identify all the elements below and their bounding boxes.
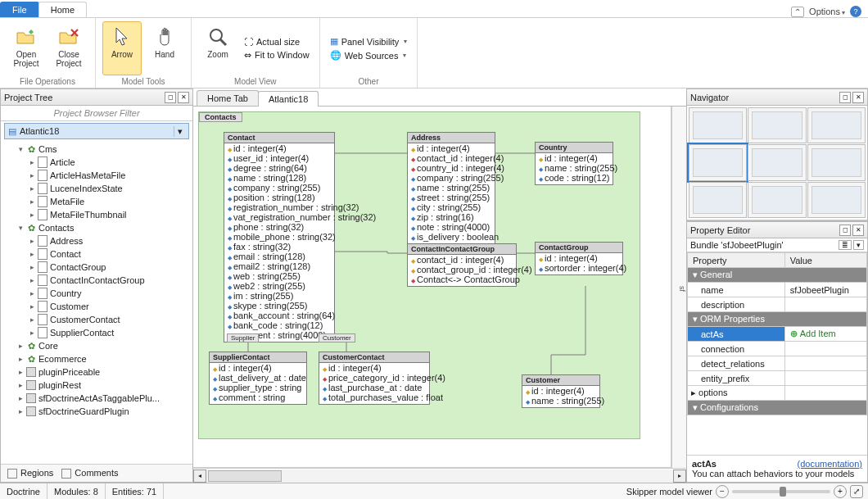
close-project-button[interactable]: CloseProject: [49, 21, 88, 75]
tree-twist-icon[interactable]: ▸: [27, 315, 37, 324]
tree-twist-icon[interactable]: ▸: [27, 184, 37, 193]
tree-item[interactable]: ▾Cms: [1, 143, 192, 156]
add-item-button[interactable]: Add Item: [790, 329, 836, 338]
tree-item[interactable]: ▸Ecommerce: [1, 352, 192, 365]
tree-item[interactable]: ▸MetaFileThumbnail: [1, 208, 192, 221]
comments-checkbox[interactable]: Comments: [61, 468, 118, 479]
fit-window-button[interactable]: ⇔Fit to Window: [241, 49, 313, 61]
collapse-ribbon-icon[interactable]: ⌃: [791, 7, 804, 17]
scroll-left-icon[interactable]: ◂: [193, 470, 206, 483]
tree-item[interactable]: ▸Country: [1, 287, 192, 300]
open-project-button[interactable]: OpenProject: [7, 21, 46, 75]
tree-twist-icon[interactable]: ▸: [27, 158, 37, 166]
prop-row[interactable]: actAsAdd Item: [688, 327, 867, 342]
project-filter[interactable]: Project Browser Filter: [1, 106, 192, 121]
tree-twist-icon[interactable]: ▸: [27, 211, 37, 219]
tree-twist-icon[interactable]: ▸: [16, 342, 25, 350]
zoom-out-button[interactable]: −: [716, 485, 729, 498]
scroll-thumb[interactable]: [208, 470, 282, 482]
tree-twist-icon[interactable]: ▸: [27, 250, 37, 258]
tree-item[interactable]: ▸CustomerContact: [1, 313, 192, 326]
tab-file[interactable]: File: [0, 2, 39, 17]
entity-contactincontactgroup[interactable]: ContactInContactGroup: [408, 244, 516, 255]
tree-item[interactable]: ▸Customer: [1, 300, 192, 313]
tree-twist-icon[interactable]: ▸: [27, 276, 37, 284]
nav-close-icon[interactable]: ✕: [852, 92, 864, 103]
prop-toolbar-icon2[interactable]: ▾: [853, 240, 864, 250]
regions-checkbox[interactable]: Regions: [7, 468, 53, 479]
tree-twist-icon[interactable]: ▸: [27, 289, 37, 297]
entity-country[interactable]: Country: [536, 143, 613, 153]
tree-item[interactable]: ▸ContactInContactGroup: [1, 274, 192, 287]
prop-row[interactable]: detect_relations: [688, 356, 867, 371]
tree-item[interactable]: ▸LuceneIndexState: [1, 182, 192, 195]
prop-row[interactable]: entity_prefix: [688, 371, 867, 386]
tree-twist-icon[interactable]: ▸: [27, 263, 37, 271]
project-tree[interactable]: ▾Cms▸Article▸ArticleHasMetaFile▸LuceneIn…: [1, 141, 192, 464]
tree-twist-icon[interactable]: ▸: [27, 302, 37, 311]
property-grid[interactable]: PropertyValue ▾ GeneralnamesfJobeetPlugi…: [687, 252, 867, 415]
scroll-right-icon[interactable]: ▸: [673, 470, 686, 483]
tree-item[interactable]: ▸ArticleHasMetaFile: [1, 169, 192, 182]
entity-suppliercontact[interactable]: SupplierContact: [210, 352, 306, 363]
tree-twist-icon[interactable]: ▸: [16, 407, 25, 415]
entity-customercontact[interactable]: CustomerContact: [319, 352, 429, 363]
tree-item[interactable]: ▸ContactGroup: [1, 261, 192, 274]
tree-item[interactable]: ▸pluginPriceable: [1, 365, 192, 379]
tab-home[interactable]: Home: [38, 2, 87, 17]
web-sources-menu[interactable]: 🌐Web Sources: [327, 49, 411, 61]
diagram-canvas[interactable]: Contacts Contact: [193, 107, 671, 467]
tree-item[interactable]: ▾Contacts: [1, 221, 192, 234]
tree-item[interactable]: ▸pluginRest: [1, 379, 192, 392]
entity-contactgroup[interactable]: ContactGroup: [536, 243, 622, 253]
tree-item[interactable]: ▸Address: [1, 234, 192, 247]
prop-row[interactable]: connection: [688, 342, 867, 356]
actual-size-button[interactable]: ⛶Actual size: [241, 36, 313, 48]
tree-twist-icon[interactable]: ▸: [27, 329, 37, 337]
prop-toolbar-icon[interactable]: ≣: [839, 240, 852, 250]
entity-customer[interactable]: Customer: [522, 375, 599, 386]
tab-atlantic18[interactable]: Atlantic18: [258, 91, 319, 107]
tree-twist-icon[interactable]: ▸: [27, 237, 37, 245]
entity-contact[interactable]: Contact: [224, 133, 334, 143]
tree-twist-icon[interactable]: ▸: [16, 355, 25, 363]
tree-twist-icon[interactable]: ▾: [16, 145, 25, 153]
navigator-thumbnail[interactable]: [687, 106, 867, 220]
tree-item[interactable]: ▸sfDoctrineActAsTaggablePlu...: [1, 392, 192, 405]
canvas-hscroll[interactable]: ◂ ▸: [193, 468, 686, 483]
arrow-tool-button[interactable]: Arrow: [102, 21, 142, 75]
zoom-slider[interactable]: [732, 490, 830, 493]
tab-home-tab[interactable]: Home Tab: [197, 90, 259, 106]
prop-section[interactable]: ▾ Configurations: [688, 401, 867, 415]
tree-twist-icon[interactable]: ▸: [16, 368, 25, 376]
hand-tool-button[interactable]: Hand: [145, 21, 184, 75]
tree-item[interactable]: ▸SupplierContact: [1, 326, 192, 339]
tree-item[interactable]: ▸MetaFile: [1, 195, 192, 208]
tree-item[interactable]: ▸Contact: [1, 247, 192, 261]
tree-twist-icon[interactable]: ▾: [16, 224, 25, 232]
entity-address[interactable]: Address: [408, 133, 495, 143]
tree-twist-icon[interactable]: ▸: [16, 381, 25, 389]
nav-float-icon[interactable]: ◻: [839, 92, 851, 103]
prop-row[interactable]: namesfJobeetPlugin: [688, 283, 867, 297]
prop-section[interactable]: ▾ General: [688, 268, 867, 283]
panel-visibility-menu[interactable]: ▦Panel Visibility: [327, 35, 411, 48]
tree-item[interactable]: ▸sfDoctrineGuardPlugin: [1, 405, 192, 418]
prop-close-icon[interactable]: ✕: [852, 225, 864, 236]
prop-row[interactable]: description: [688, 297, 867, 312]
prop-row[interactable]: ▸ options: [688, 386, 867, 401]
options-menu[interactable]: Options: [809, 7, 845, 16]
tree-item[interactable]: ▸Article: [1, 156, 192, 169]
panel-close-icon[interactable]: ✕: [178, 92, 189, 103]
chevron-down-icon[interactable]: ▾: [174, 126, 185, 137]
zoom-button[interactable]: Zoom: [198, 21, 237, 75]
zoom-fit-button[interactable]: ⤢: [850, 485, 863, 498]
tree-twist-icon[interactable]: ▸: [27, 171, 37, 179]
tree-item[interactable]: ▸Core: [1, 339, 192, 352]
documentation-link[interactable]: (documentation): [798, 459, 863, 469]
help-icon[interactable]: ?: [850, 6, 861, 17]
tree-twist-icon[interactable]: ▸: [27, 197, 37, 206]
panel-float-icon[interactable]: ◻: [165, 92, 176, 103]
project-root-combo[interactable]: ▤ Atlantic18 ▾: [4, 123, 189, 139]
sidestrip[interactable]: sf: [671, 107, 686, 468]
